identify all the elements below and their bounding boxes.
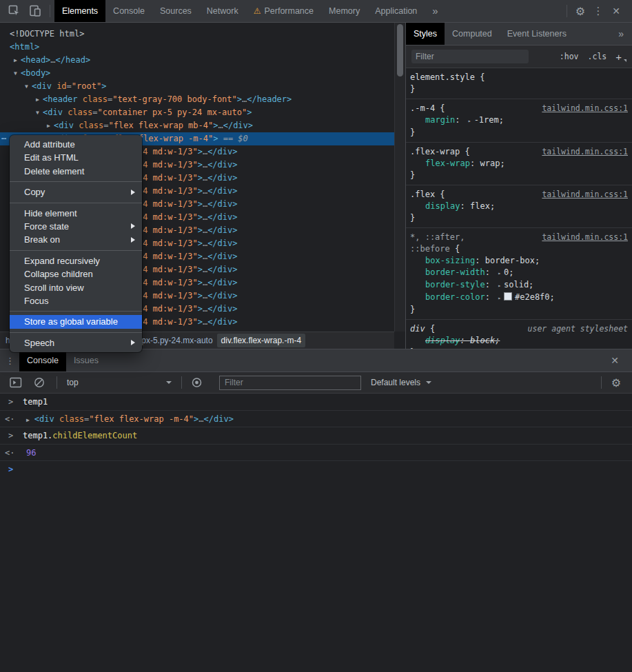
- stylesheet-link[interactable]: tailwind.min.css:1: [542, 103, 628, 114]
- css-property[interactable]: margin: ▸-1rem;: [410, 114, 628, 127]
- console-prompt-row[interactable]: >: [0, 461, 632, 478]
- twisty-expanded-icon[interactable]: ▼: [23, 80, 30, 93]
- scrollbar-thumb[interactable]: [397, 24, 403, 77]
- dom-node[interactable]: ▶<div class="flex flex-wrap mb-4">…</div…: [0, 119, 394, 132]
- console-settings-gear-icon[interactable]: ⚙: [606, 374, 626, 391]
- breadcrumb-item-div-flex-flex-wrap-m-4[interactable]: div.flex.flex-wrap.-m-4: [217, 334, 305, 347]
- new-style-rule-button[interactable]: +: [615, 51, 626, 63]
- code-token: class: [63, 108, 92, 117]
- device-toolbar-icon[interactable]: [25, 2, 45, 20]
- console-input-chevron-icon: >: [8, 394, 13, 411]
- tab-console[interactable]: Console: [105, 0, 152, 22]
- css-property[interactable]: flex-wrap: wrap;: [410, 158, 628, 170]
- drawer-tab-console[interactable]: Console: [19, 350, 66, 371]
- styles-tab-computed[interactable]: Computed: [445, 23, 500, 45]
- open-brace: {: [435, 190, 445, 199]
- code-token: >: [198, 212, 203, 222]
- css-property[interactable]: display: block;: [410, 335, 628, 347]
- dom-node[interactable]: ▼<div class="container px-5 py-24 mx-aut…: [0, 106, 394, 119]
- tab-sources[interactable]: Sources: [152, 0, 199, 22]
- expand-arrow-icon[interactable]: ▸: [498, 270, 501, 276]
- css-selector[interactable]: .-m-4: [410, 103, 435, 113]
- twisty-expanded-icon[interactable]: ▼: [34, 106, 41, 119]
- stylesheet-link[interactable]: user agent stylesheet: [528, 323, 628, 335]
- menu-item-collapse-children[interactable]: Collapse children: [10, 267, 142, 281]
- twisty-expanded-icon[interactable]: ▼: [12, 67, 19, 80]
- twisty-collapsed-icon[interactable]: ▶: [12, 54, 19, 67]
- css-selector[interactable]: .flex: [410, 190, 435, 199]
- menu-item-edit-as-html[interactable]: Edit as HTML: [10, 151, 142, 164]
- menu-separator: [10, 250, 142, 251]
- dom-node[interactable]: ▼<body>: [0, 67, 394, 80]
- styles-tab-event-listeners[interactable]: Event Listeners: [500, 23, 574, 45]
- selector-line: tailwind.min.css:1.-m-4 {: [410, 103, 628, 114]
- stylesheet-link[interactable]: tailwind.min.css:1: [542, 232, 628, 243]
- live-expression-eye-icon[interactable]: [190, 376, 203, 389]
- expand-triangle-icon[interactable]: ▶: [26, 417, 30, 423]
- clear-console-icon[interactable]: [33, 376, 45, 389]
- javascript-context-selector[interactable]: top: [61, 378, 177, 387]
- dom-node[interactable]: <!DOCTYPE html>: [0, 28, 394, 41]
- styles-filter-input[interactable]: [411, 50, 529, 63]
- tab-application[interactable]: Application: [367, 0, 425, 22]
- dom-node[interactable]: ▶<header class="text-gray-700 body-font"…: [0, 93, 394, 106]
- elements-scrollbar[interactable]: [394, 23, 406, 332]
- close-devtools-icon[interactable]: ✕: [607, 2, 625, 20]
- log-levels-dropdown[interactable]: Default levels: [371, 378, 431, 387]
- tab-performance[interactable]: ⚠Performance: [246, 0, 321, 22]
- menu-separator: [10, 311, 142, 312]
- menu-item-focus[interactable]: Focus: [10, 294, 142, 307]
- styles-more-tabs-icon[interactable]: »: [618, 28, 632, 39]
- code-token: <header: [43, 94, 78, 104]
- css-selector[interactable]: *, ::after,: [410, 232, 465, 242]
- menu-item-add-attribute[interactable]: Add attribute: [10, 138, 142, 151]
- menu-item-speech[interactable]: Speech: [10, 336, 142, 349]
- styles-tab-styles[interactable]: Styles: [406, 23, 445, 45]
- tab-elements[interactable]: Elements: [54, 0, 105, 22]
- stylesheet-link[interactable]: tailwind.min.css:1: [542, 146, 628, 158]
- css-property[interactable]: border-width: ▸0;: [410, 267, 628, 279]
- twisty-collapsed-icon[interactable]: ▶: [34, 93, 41, 106]
- dom-node[interactable]: ▼<div id="root">: [0, 80, 394, 93]
- pseudo-state-toggle[interactable]: :hov: [560, 52, 579, 61]
- tab-network[interactable]: Network: [199, 0, 246, 22]
- open-brace: {: [460, 147, 469, 156]
- console-filter-input[interactable]: [219, 376, 361, 390]
- element-classes-toggle[interactable]: .cls: [588, 52, 607, 61]
- expand-arrow-icon[interactable]: ▸: [498, 295, 501, 301]
- expand-arrow-icon[interactable]: ▸: [498, 283, 501, 289]
- console-sidebar-toggle-icon[interactable]: [10, 376, 22, 389]
- dom-node[interactable]: <html>: [0, 41, 394, 54]
- dom-node[interactable]: ▶<head>…</head>: [0, 54, 394, 67]
- menu-item-delete-element[interactable]: Delete element: [10, 165, 142, 178]
- menu-item-copy[interactable]: Copy: [10, 185, 142, 198]
- stylesheet-link[interactable]: tailwind.min.css:1: [542, 189, 628, 201]
- css-property[interactable]: display: flex;: [410, 201, 628, 212]
- expand-arrow-icon[interactable]: ▸: [468, 118, 471, 124]
- css-selector[interactable]: .flex-wrap: [410, 147, 460, 156]
- color-swatch[interactable]: [504, 292, 512, 301]
- twisty-collapsed-icon[interactable]: ▶: [45, 119, 52, 132]
- css-property[interactable]: border-color: ▸#e2e8f0;: [410, 292, 628, 304]
- css-property[interactable]: border-style: ▸solid;: [410, 279, 628, 292]
- css-property[interactable]: box-sizing: border-box;: [410, 255, 628, 267]
- menu-item-expand-recursively[interactable]: Expand recursively: [10, 254, 142, 267]
- more-options-icon[interactable]: ⋮: [589, 2, 607, 20]
- menu-item-scroll-into-view[interactable]: Scroll into view: [10, 281, 142, 294]
- settings-gear-icon[interactable]: ⚙: [571, 2, 589, 20]
- more-tabs-button[interactable]: »: [425, 0, 445, 22]
- menu-item-hide-element[interactable]: Hide element: [10, 207, 142, 220]
- inspect-element-icon[interactable]: [4, 2, 25, 20]
- tab-memory[interactable]: Memory: [321, 0, 367, 22]
- console-output-chevron-icon: <·: [5, 411, 14, 428]
- menu-item-break-on[interactable]: Break on: [10, 233, 142, 246]
- drawer-menu-icon[interactable]: ⋮: [0, 356, 19, 366]
- tab-label: Console: [113, 0, 145, 22]
- drawer-tab-issues[interactable]: Issues: [66, 350, 106, 371]
- css-selector[interactable]: div: [410, 324, 425, 334]
- css-selector[interactable]: ::before: [410, 244, 450, 254]
- css-selector[interactable]: element.style: [410, 72, 475, 82]
- menu-item-store-as-global-variable[interactable]: Store as global variable: [10, 315, 142, 328]
- menu-item-force-state[interactable]: Force state: [10, 220, 142, 233]
- drawer-close-icon[interactable]: ✕: [604, 352, 625, 369]
